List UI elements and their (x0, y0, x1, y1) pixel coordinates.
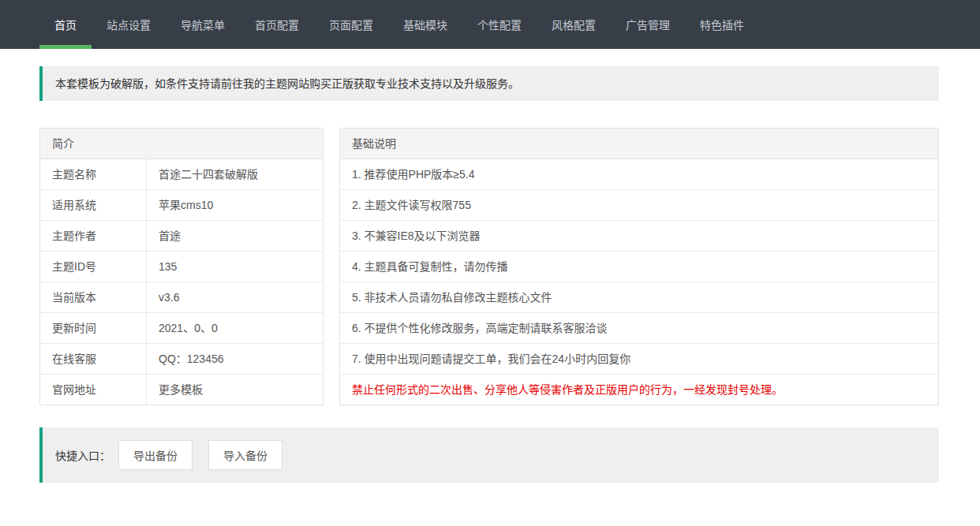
info-tables: 简介 主题名称 首途二十四套破解版 适用系统 苹果cms10 主题作者 (39, 128, 939, 405)
intro-table: 简介 主题名称 首途二十四套破解版 适用系统 苹果cms10 主题作者 (39, 128, 324, 405)
intro-table-row: 在线客服 QQ：123456 (40, 344, 323, 375)
intro-table-row: 主题作者 首途 (40, 221, 323, 252)
intro-row-value: 2021、0、0 (147, 313, 323, 343)
notice-text: 本套模板为破解版，如条件支持请前往我的主题网站购买正版获取专业技术支持以及升级服… (55, 77, 519, 90)
intro-row-value: 135 (147, 252, 323, 282)
notes-row-text: 7. 使用中出现问题请提交工单，我们会在24小时内回复你 (340, 344, 938, 374)
intro-row-label: 适用系统 (40, 190, 147, 220)
notes-table-rows: 1. 推荐使用PHP版本≥5.4 2. 主题文件读写权限755 3. 不兼容IE… (340, 159, 938, 405)
backup-button[interactable]: 导入备份 (208, 440, 282, 470)
quick-entry-label: 快捷入口： (55, 447, 110, 463)
nav-tab[interactable]: 首页 (39, 0, 92, 49)
nav-tab[interactable]: 个性配置 (462, 0, 537, 49)
intro-table-row: 主题ID号 135 (40, 252, 323, 282)
intro-row-value: QQ：123456 (147, 344, 323, 374)
intro-row-label: 官网地址 (40, 375, 147, 405)
notes-table: 基础说明 1. 推荐使用PHP版本≥5.4 2. 主题文件读写权限755 3. … (339, 128, 939, 405)
nav-tab[interactable]: 站点设置 (92, 0, 166, 49)
notes-row-text: 1. 推荐使用PHP版本≥5.4 (340, 159, 938, 189)
notes-row-text: 4. 主题具备可复制性，请勿传播 (340, 252, 938, 282)
intro-table-row: 适用系统 苹果cms10 (40, 190, 323, 221)
nav-tab[interactable]: 基础模块 (388, 0, 462, 49)
nav-tab[interactable]: 风格配置 (537, 0, 611, 49)
intro-table-row: 主题名称 首途二十四套破解版 (40, 159, 323, 190)
notes-row-text: 3. 不兼容IE8及以下浏览器 (340, 221, 938, 251)
notes-table-row: 禁止任何形式的二次出售、分享他人等侵害作者及正版用户的行为，一经发现封号处理。 (340, 375, 938, 405)
intro-row-value: 苹果cms10 (147, 190, 323, 220)
nav-tab[interactable]: 广告管理 (611, 0, 685, 49)
notes-row-text: 禁止任何形式的二次出售、分享他人等侵害作者及正版用户的行为，一经发现封号处理。 (340, 375, 938, 405)
intro-table-row: 更新时间 2021、0、0 (40, 313, 323, 344)
quick-entry-buttons: 导出备份 导入备份 (118, 440, 295, 470)
nav-tab[interactable]: 导航菜单 (166, 0, 240, 49)
notes-table-row: 4. 主题具备可复制性，请勿传播 (340, 252, 938, 282)
intro-table-title: 简介 (40, 129, 323, 159)
top-navigation: 首页 站点设置 导航菜单 首页配置 页面配置 基础模块 个性配置 风格配置 广告… (0, 0, 980, 49)
intro-row-value: v3.6 (147, 282, 323, 312)
notes-table-row: 2. 主题文件读写权限755 (340, 190, 938, 221)
intro-table-row: 当前版本 v3.6 (40, 282, 323, 313)
notes-table-title: 基础说明 (340, 129, 938, 159)
nav-tab[interactable]: 首页配置 (240, 0, 314, 49)
notes-table-row: 1. 推荐使用PHP版本≥5.4 (340, 159, 938, 190)
notes-row-text: 5. 非技术人员请勿私自修改主题核心文件 (340, 282, 938, 312)
notes-table-row: 3. 不兼容IE8及以下浏览器 (340, 221, 938, 252)
intro-row-value: 首途二十四套破解版 (147, 159, 323, 189)
notes-row-text: 6. 不提供个性化修改服务，高端定制请联系客服洽谈 (340, 313, 938, 343)
nav-tab[interactable]: 页面配置 (314, 0, 388, 49)
intro-row-label: 在线客服 (40, 344, 147, 374)
quick-entry-bar: 快捷入口： 导出备份 导入备份 (39, 427, 939, 483)
backup-button[interactable]: 导出备份 (118, 440, 193, 470)
intro-row-label: 主题名称 (40, 159, 147, 189)
intro-table-row: 官网地址 更多模板 (40, 375, 323, 405)
page-content: 本套模板为破解版，如条件支持请前往我的主题网站购买正版获取专业技术支持以及升级服… (0, 66, 980, 483)
intro-row-label: 当前版本 (40, 282, 147, 312)
notice-bar: 本套模板为破解版，如条件支持请前往我的主题网站购买正版获取专业技术支持以及升级服… (39, 66, 939, 101)
intro-row-value: 首途 (147, 221, 323, 251)
intro-row-value: 更多模板 (147, 375, 323, 405)
intro-row-label: 主题作者 (40, 221, 147, 251)
notes-table-row: 5. 非技术人员请勿私自修改主题核心文件 (340, 282, 938, 313)
intro-row-label: 主题ID号 (40, 252, 147, 282)
intro-row-label: 更新时间 (40, 313, 147, 343)
nav-tab[interactable]: 特色插件 (685, 0, 759, 49)
intro-table-rows: 主题名称 首途二十四套破解版 适用系统 苹果cms10 主题作者 首途 (40, 159, 323, 405)
notes-table-row: 7. 使用中出现问题请提交工单，我们会在24小时内回复你 (340, 344, 938, 375)
notes-row-text: 2. 主题文件读写权限755 (340, 190, 938, 220)
notes-table-row: 6. 不提供个性化修改服务，高端定制请联系客服洽谈 (340, 313, 938, 344)
